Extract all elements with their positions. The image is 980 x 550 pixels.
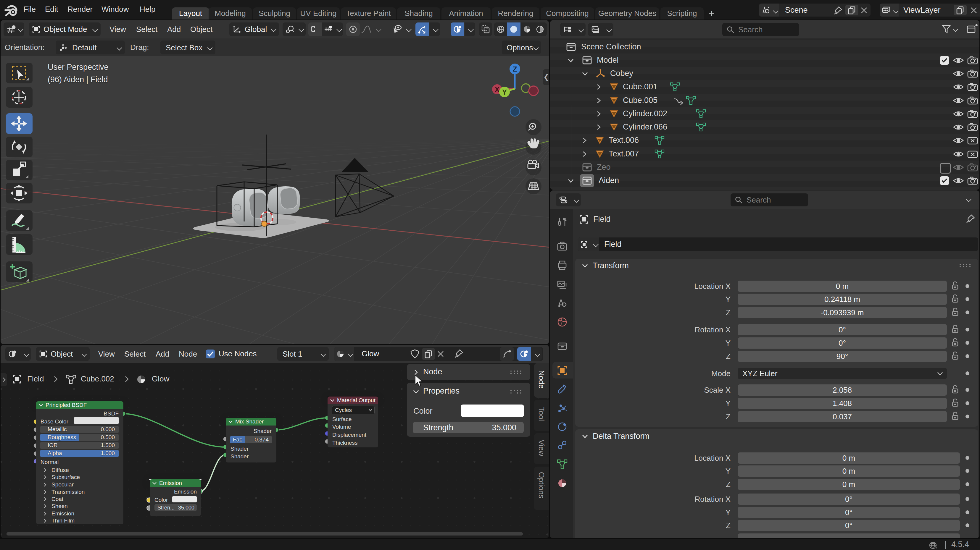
- svg-text:Z: Z: [513, 65, 517, 73]
- svg-text:X: X: [495, 86, 500, 94]
- svg-text:Y: Y: [502, 88, 507, 96]
